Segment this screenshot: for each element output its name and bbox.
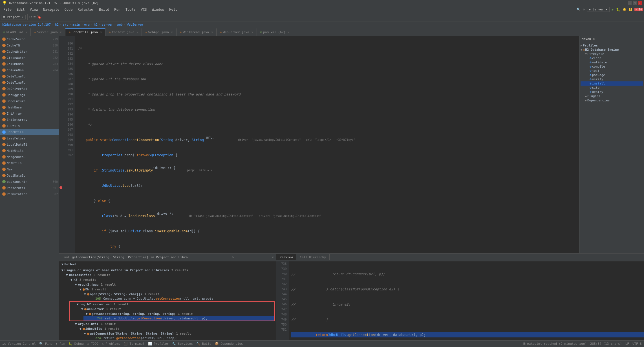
preview-tab-preview[interactable]: Preview: [276, 254, 296, 260]
menu-view[interactable]: View: [28, 7, 40, 12]
sidebar-item-cachetq[interactable]: CacheTQ 280: [0, 42, 59, 48]
tree-h2-engine[interactable]: ▼ m H2 Database Engine: [581, 48, 643, 52]
debug-status-btn[interactable]: 🐛 Debug: [69, 342, 84, 346]
tree-phase-install[interactable]: ⚙ install: [581, 81, 643, 86]
terminal-status-btn[interactable]: ⬛ Terminal: [124, 342, 145, 346]
sidebar-item-intintarray[interactable]: IntIntArray: [0, 117, 59, 123]
sidebar-item-closewatch[interactable]: CloseWatch 282: [0, 55, 59, 61]
tree-lifecycle[interactable]: ▼ Lifecycle: [581, 52, 643, 56]
minimize-button[interactable]: —: [628, 1, 632, 5]
maven-settings-icon[interactable]: ⚙: [593, 37, 595, 41]
sidebar-item-intarray[interactable]: IntArray: [0, 110, 59, 117]
find-result-274[interactable]: 274 return getConnection(driver, url, pr…: [82, 336, 276, 340]
tree-phase-verify[interactable]: ⚙ verify: [581, 77, 643, 81]
tree-phase-site[interactable]: ⚙ site: [581, 86, 643, 90]
menu-help[interactable]: Help: [167, 7, 180, 12]
tab-readme[interactable]: m README.md ×: [0, 28, 31, 36]
settings-btn[interactable]: ⚙: [583, 8, 585, 11]
menu-run[interactable]: Run: [112, 7, 123, 12]
find-webserver-header[interactable]: ▼ WebServer 1 result: [79, 307, 274, 312]
find-jdbcutils-header[interactable]: ▼ JdbcUtils 1 result: [77, 326, 276, 331]
preview-tab-callhierarchy[interactable]: Call Hierarchy: [296, 254, 330, 260]
path-segment-webserver[interactable]: WebServer: [127, 23, 144, 26]
menu-navigate[interactable]: Navigate: [41, 7, 62, 12]
debug-btn[interactable]: 🐛: [616, 8, 620, 12]
sidebar-item-osgidataso[interactable]: OsgiDataSo: [0, 172, 59, 179]
sidebar-item-lazyfuture[interactable]: LazyFuture: [0, 135, 59, 141]
maximize-button[interactable]: □: [633, 1, 637, 5]
code-text[interactable]: /* * @param driver the driver class name…: [75, 36, 579, 253]
menu-tools[interactable]: Tools: [123, 7, 138, 12]
sidebar-item-datetimefu2[interactable]: DateTimeFu: [0, 79, 59, 86]
run-btn[interactable]: ▶: [612, 8, 614, 12]
build-status-btn[interactable]: 🔨 Build: [196, 342, 211, 346]
tree-phase-package[interactable]: ⚙ package: [581, 73, 643, 77]
todo-status-btn[interactable]: ☑ TODO: [87, 342, 98, 346]
find-getconn-util-header[interactable]: ▼ getConnection(String, String, String, …: [82, 331, 276, 336]
sidebar-item-packagehtn[interactable]: package.htn 300: [0, 179, 59, 185]
profiler-status-btn[interactable]: 📊 Profiler: [148, 342, 169, 346]
sidebar-item-dbdriveract[interactable]: DbDriverAct: [0, 86, 59, 92]
tab-close-pom[interactable]: ×: [288, 31, 290, 34]
tree-phase-clean[interactable]: ⚙ clean: [581, 56, 643, 60]
code-editor[interactable]: 280 281 282 283 284 285 286 287 288 289 …: [59, 36, 579, 253]
find-settings-icon[interactable]: ⚙: [232, 255, 234, 259]
tree-plugins[interactable]: ▶ Plugins: [581, 94, 643, 98]
path-segment-org[interactable]: org: [84, 23, 90, 26]
sidebar-item-cachesecon[interactable]: CacheSecon 279: [0, 36, 59, 42]
sidebar-item-ioutils[interactable]: IOUtils: [0, 123, 59, 129]
tab-close-jdbcutils[interactable]: ×: [100, 31, 102, 34]
right-code-area[interactable]: 738 739 740 741 742 743 744 745 746 747 …: [276, 261, 644, 340]
find-unclassified-header[interactable]: ▼ Unclassified 3 results: [64, 273, 276, 277]
find-getconn-serverweb-header[interactable]: ▼ getConnection(String, String, String, …: [83, 312, 274, 316]
menu-window[interactable]: Window: [150, 7, 166, 12]
sidebar-item-mathutils[interactable]: MathUtils: [0, 148, 59, 154]
find-scope-header[interactable]: ▼ Method: [59, 262, 276, 267]
sidebar-item-datetimefu1[interactable]: DateTimeFu: [0, 73, 59, 79]
tree-phase-compile[interactable]: ⚙ compile: [581, 64, 643, 69]
path-segment-main[interactable]: main: [72, 23, 80, 26]
tab-close-webapp[interactable]: ×: [171, 31, 173, 34]
find-open-header[interactable]: ▼ open(String, String, char[]) 1 result: [82, 292, 276, 297]
structure-btn[interactable]: ≡: [34, 15, 36, 19]
sidebar-item-columnnam2[interactable]: ColumnNam 284: [0, 67, 59, 73]
path-segment-web[interactable]: web: [117, 23, 123, 26]
menu-edit[interactable]: Edit: [14, 7, 27, 12]
tree-phase-validate[interactable]: ⚙ validate: [581, 60, 643, 64]
tab-close-context[interactable]: ×: [136, 31, 138, 34]
bookmark-btn[interactable]: 🔖: [37, 15, 41, 19]
sidebar-item-netutils[interactable]: NetUtils: [0, 160, 59, 166]
tab-webserver[interactable]: ☕ WebServer.java ×: [217, 28, 257, 36]
tab-pom[interactable]: m pom.xml (h2) ×: [257, 28, 293, 36]
find-h2-header[interactable]: ▼ h2 3 results: [68, 277, 276, 282]
find-result-105[interactable]: 105 Connection conn = JdbcUtils.getConne…: [82, 297, 276, 301]
tab-server[interactable]: ☕ Server.java ×: [31, 28, 65, 36]
find-close-btn[interactable]: ×: [272, 255, 274, 259]
sidebar-item-mergedresu[interactable]: MergedResu: [0, 154, 59, 160]
tab-close-readme[interactable]: ×: [25, 31, 27, 34]
find-status-btn[interactable]: 🔍 Find: [39, 342, 52, 346]
menu-build[interactable]: Build: [97, 7, 111, 12]
menu-vcs[interactable]: VCS: [138, 7, 149, 12]
sidebar-item-new[interactable]: New: [0, 166, 59, 172]
tree-phase-deploy[interactable]: ⚙ deploy: [581, 90, 643, 94]
dependencies-status-btn[interactable]: 📦 Dependencies: [215, 342, 243, 346]
version-control-btn[interactable]: ⎇ Version Control: [2, 342, 36, 346]
path-segment-h2b[interactable]: h2: [94, 23, 98, 26]
sidebar-item-cachewriter[interactable]: CacheWriter 281: [0, 48, 59, 55]
sidebar-item-columnnam1[interactable]: ColumnNam 283: [0, 61, 59, 67]
search-everywhere-btn[interactable]: 🔍: [577, 8, 581, 11]
tab-close-server[interactable]: ×: [60, 31, 62, 34]
menu-file[interactable]: File: [1, 7, 14, 12]
find-jaqu-header[interactable]: ▼ org.h2.jaqu 1 result: [73, 282, 276, 287]
tab-context[interactable]: ☕ Context.java ×: [105, 28, 142, 36]
sidebar-item-parserutil[interactable]: ParserUtil 301: [0, 185, 59, 191]
sidebar-item-hashbase[interactable]: HashBase: [0, 104, 59, 110]
path-segment-src[interactable]: src: [63, 23, 69, 26]
sidebar-item-debuggingi[interactable]: DebuggingI: [0, 92, 59, 98]
find-result-742[interactable]: 742 return JdbcUtils.getConnection(drive…: [83, 316, 274, 321]
window-controls[interactable]: — □ ×: [628, 1, 642, 5]
sidebar-item-permutation[interactable]: Permutation 302: [0, 191, 59, 197]
sync-btn[interactable]: ⟳: [29, 15, 32, 19]
problems-status-btn[interactable]: ⚠ Problems: [102, 342, 120, 346]
